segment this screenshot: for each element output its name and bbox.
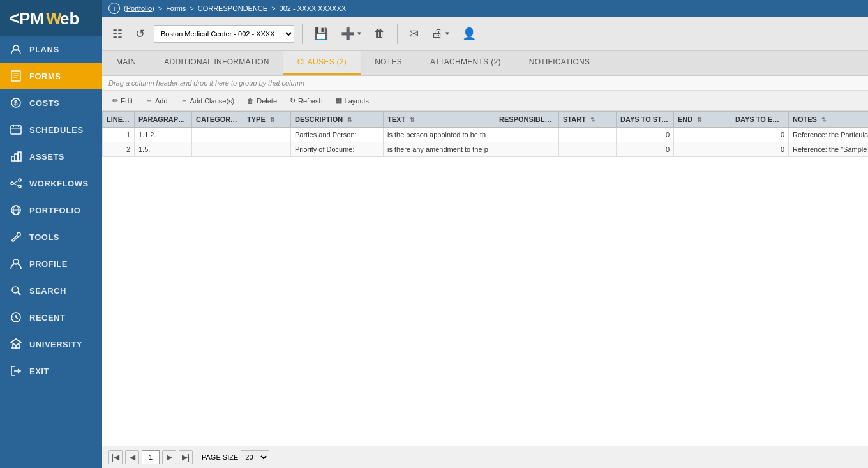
tab-notifications[interactable]: NOTIFICATIONS bbox=[515, 51, 604, 75]
sidebar-item-university[interactable]: UNIVERSITY bbox=[0, 331, 102, 358]
sidebar-item-portfolio[interactable]: PORTFOLIO bbox=[0, 197, 102, 223]
table-row[interactable]: 11.1.2.Parties and Person:is the person … bbox=[103, 128, 869, 142]
col-header-category[interactable]: CATEGORY ⇅ bbox=[192, 112, 243, 128]
col-header-days-to-end[interactable]: DAYS TO END ⇅ bbox=[731, 112, 789, 128]
list-button[interactable]: ☷ bbox=[108, 24, 126, 43]
col-header-paragraph[interactable]: PARAGRAPH ⇅ bbox=[135, 112, 192, 128]
delete-row-label: Delete bbox=[257, 97, 277, 105]
sidebar-item-schedules[interactable]: SCHEDULES bbox=[0, 116, 102, 143]
tabs-bar: MAIN ADDITIONAL INFORMATION CLAUSES (2) … bbox=[102, 51, 868, 76]
sidebar-item-workflows[interactable]: WORKFLOWS bbox=[0, 170, 102, 197]
app-logo: < PM W eb bbox=[0, 0, 102, 36]
svg-rect-11 bbox=[11, 126, 21, 134]
edit-button[interactable]: ✏ Edit bbox=[108, 94, 137, 107]
tab-clauses[interactable]: CLAUSES (2) bbox=[283, 51, 361, 75]
add-row-icon: ＋ bbox=[146, 96, 153, 105]
col-header-line[interactable]: LINE # ⇅ bbox=[103, 112, 135, 128]
table-row[interactable]: 21.5.Priority of Docume:is there any ame… bbox=[103, 142, 869, 157]
sidebar-item-search[interactable]: SEARCH bbox=[0, 277, 102, 304]
tab-additional[interactable]: ADDITIONAL INFORMATION bbox=[150, 51, 283, 75]
user-button[interactable]: 👤 bbox=[458, 24, 480, 43]
cell-days_to_end-1: 0 bbox=[731, 142, 789, 157]
sidebar-item-label-plans: PLANS bbox=[29, 45, 59, 54]
group-drag-text: Drag a column header and drop it here to… bbox=[108, 79, 304, 87]
cell-line-1: 2 bbox=[103, 142, 135, 157]
col-header-days-to-start[interactable]: DAYS TO START ⇅ bbox=[617, 112, 674, 128]
refresh-button[interactable]: ↻ Refresh bbox=[286, 94, 327, 107]
sidebar-item-forms[interactable]: FORMS bbox=[0, 63, 102, 89]
col-header-notes[interactable]: NOTES ⇅ bbox=[789, 112, 869, 128]
sidebar-item-plans[interactable]: PLANS bbox=[0, 36, 102, 63]
add-button[interactable]: ➕ ▾ bbox=[337, 24, 365, 43]
add-clauses-button[interactable]: ＋ Add Clause(s) bbox=[177, 94, 239, 107]
breadcrumb-portfolio[interactable]: (Portfolio) bbox=[124, 4, 154, 12]
col-header-start[interactable]: START ⇅ bbox=[559, 112, 617, 128]
sidebar-item-costs[interactable]: $ COSTS bbox=[0, 89, 102, 116]
tab-attachments[interactable]: ATTACHMENTS (2) bbox=[416, 51, 515, 75]
sidebar-item-tools[interactable]: TOOLS bbox=[0, 223, 102, 250]
cell-responsible-0 bbox=[495, 128, 559, 142]
info-icon[interactable]: i bbox=[108, 3, 120, 14]
add-icon: ➕ bbox=[341, 27, 355, 41]
add-clauses-label: Add Clause(s) bbox=[190, 97, 235, 105]
add-row-label: Add bbox=[155, 97, 168, 105]
university-icon bbox=[9, 337, 23, 351]
cell-description-1: Priority of Docume: bbox=[291, 142, 384, 157]
user-icon: 👤 bbox=[462, 27, 476, 41]
col-header-responsible[interactable]: RESPONSIBLE ⇅ bbox=[495, 112, 559, 128]
svg-point-20 bbox=[19, 185, 21, 188]
sidebar-item-recent[interactable]: RECENT bbox=[0, 304, 102, 331]
edit-icon: ✏ bbox=[112, 96, 118, 105]
cell-days_to_end-0: 0 bbox=[731, 128, 789, 142]
cell-text-0: is the person appointed to be th bbox=[384, 128, 495, 142]
next-page-button[interactable]: ▶ bbox=[162, 450, 176, 464]
svg-line-22 bbox=[13, 183, 19, 186]
sidebar-item-profile[interactable]: PROFILE bbox=[0, 250, 102, 277]
email-button[interactable]: ✉ bbox=[405, 24, 423, 43]
cell-line-0: 1 bbox=[103, 128, 135, 142]
sidebar: < PM W eb PLANS FORMS $ COSTS SCHEDULES bbox=[0, 0, 102, 468]
col-header-end[interactable]: END ⇅ bbox=[674, 112, 731, 128]
col-header-description[interactable]: DESCRIPTION ⇅ bbox=[291, 112, 384, 128]
print-button[interactable]: 🖨 ▾ bbox=[428, 24, 453, 43]
sidebar-item-assets[interactable]: ASSETS bbox=[0, 143, 102, 170]
project-select[interactable]: Boston Medical Center - 002 - XXXX bbox=[154, 25, 294, 43]
clauses-table: LINE # ⇅ PARAGRAPH ⇅ CATEGORY ⇅ TYPE bbox=[102, 111, 868, 157]
sort-icon-start: ⇅ bbox=[590, 117, 595, 123]
first-page-button[interactable]: |◀ bbox=[108, 450, 123, 464]
delete-row-button[interactable]: 🗑 Delete bbox=[243, 95, 281, 107]
profile-icon bbox=[9, 257, 23, 271]
sidebar-item-label-recent: RECENT bbox=[29, 313, 65, 322]
list-icon: ☷ bbox=[112, 27, 123, 41]
delete-button[interactable]: 🗑 bbox=[370, 24, 389, 43]
table-wrapper[interactable]: LINE # ⇅ PARAGRAPH ⇅ CATEGORY ⇅ TYPE bbox=[102, 111, 868, 446]
prev-page-button[interactable]: ◀ bbox=[125, 450, 139, 464]
add-clauses-icon: ＋ bbox=[181, 96, 188, 105]
layouts-button[interactable]: ▦ Layouts bbox=[332, 94, 373, 107]
page-size-select[interactable]: 20 50 100 bbox=[241, 450, 269, 464]
svg-point-19 bbox=[19, 179, 21, 181]
col-header-text[interactable]: TEXT ⇅ bbox=[384, 112, 495, 128]
add-row-button[interactable]: ＋ Add bbox=[142, 94, 172, 107]
cell-paragraph-0: 1.1.2. bbox=[135, 128, 192, 142]
layouts-icon: ▦ bbox=[336, 96, 342, 105]
cell-notes-1: Reference: the "Sample Bidding bbox=[789, 142, 869, 157]
save-button[interactable]: 💾 bbox=[310, 24, 332, 43]
tab-main[interactable]: MAIN bbox=[102, 51, 150, 75]
breadcrumb-forms: Forms bbox=[166, 4, 186, 12]
toolbar-separator-2 bbox=[397, 24, 398, 44]
history-button[interactable]: ↺ bbox=[131, 24, 149, 43]
breadcrumb-sep2: > bbox=[190, 4, 193, 12]
print-dropdown-icon: ▾ bbox=[445, 29, 449, 38]
edit-label: Edit bbox=[121, 97, 133, 105]
col-header-type[interactable]: TYPE ⇅ bbox=[243, 112, 291, 128]
sidebar-item-label-schedules: SCHEDULES bbox=[29, 125, 84, 135]
current-page-input[interactable] bbox=[142, 450, 160, 464]
sidebar-item-exit[interactable]: EXIT bbox=[0, 358, 102, 384]
tab-notes[interactable]: NOTES bbox=[361, 51, 416, 75]
cell-notes-0: Reference: the Particular Condi bbox=[789, 128, 869, 142]
sort-icon-description: ⇅ bbox=[347, 117, 352, 123]
table-body: 11.1.2.Parties and Person:is the person … bbox=[103, 128, 869, 157]
cell-category-0 bbox=[192, 128, 243, 142]
last-page-button[interactable]: ▶| bbox=[179, 450, 193, 464]
